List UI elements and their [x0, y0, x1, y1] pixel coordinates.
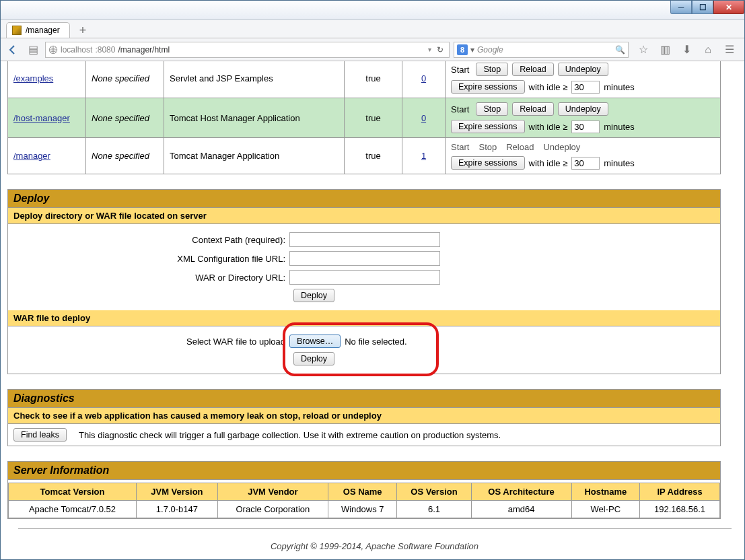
- context-path-label: Context Path (required):: [13, 235, 289, 245]
- cmd-stop-button[interactable]: Stop: [476, 102, 508, 116]
- server-col-header: Hostname: [571, 483, 639, 501]
- cmd-undeploy-text: Undeploy: [543, 142, 580, 152]
- back-button[interactable]: [5, 42, 21, 58]
- app-commands: StartStopReloadUndeployExpire sessions w…: [446, 61, 721, 98]
- sidebar-toggle-button[interactable]: ▥: [657, 42, 673, 58]
- deploy-war-button[interactable]: Deploy: [293, 352, 334, 365]
- deploy-button[interactable]: Deploy: [293, 289, 334, 302]
- cmd-start-text: Start: [451, 104, 469, 114]
- footer-text: Copyright © 1999-2014, Apache Software F…: [7, 541, 742, 551]
- server-cell: 1.7.0-b147: [137, 501, 218, 518]
- server-col-header: JVM Version: [137, 483, 218, 501]
- server-cell: Apache Tomcat/7.0.52: [9, 501, 137, 518]
- xml-url-input[interactable]: [289, 251, 440, 266]
- find-leaks-button[interactable]: Find leaks: [13, 428, 67, 442]
- table-row: Apache Tomcat/7.0.521.7.0-b147Oracle Cor…: [9, 501, 720, 518]
- server-col-header: JVM Vendor: [217, 483, 328, 501]
- server-cell: Wel-PC: [571, 501, 639, 518]
- tab-title: /manager: [26, 26, 60, 35]
- app-name: Servlet and JSP Examples: [164, 61, 345, 98]
- app-name: Tomcat Manager Application: [164, 138, 345, 174]
- server-col-header: Tomcat Version: [9, 483, 137, 501]
- browser-tab-manager[interactable]: /manager: [6, 22, 70, 38]
- home-button[interactable]: ⌂: [700, 42, 716, 58]
- window-maximize-button[interactable]: ☐: [692, 1, 713, 14]
- bookmark-button[interactable]: ☆: [635, 42, 651, 58]
- table-row: /host-managerNone specifiedTomcat Host M…: [8, 98, 721, 138]
- cmd-reload-button[interactable]: Reload: [512, 102, 554, 116]
- app-version: None specified: [86, 61, 164, 98]
- search-placeholder: Google: [477, 45, 503, 55]
- server-col-header: OS Name: [328, 483, 397, 501]
- cmd-undeploy-button[interactable]: Undeploy: [558, 63, 608, 76]
- select-war-label: Select WAR file to upload: [13, 337, 289, 347]
- app-sessions-link[interactable]: 1: [421, 151, 426, 161]
- expire-sessions-button[interactable]: Expire sessions: [451, 80, 525, 94]
- url-port: :8080: [95, 45, 115, 55]
- deploy-sub2: WAR file to deploy: [8, 310, 720, 326]
- idle-minutes-input[interactable]: [571, 157, 600, 170]
- expire-sessions-button[interactable]: Expire sessions: [451, 156, 525, 170]
- navbar: ▤ localhost:8080/manager/html ▾ ↻ 8 ▾ Go…: [1, 38, 744, 61]
- cmd-start-text: Start: [451, 65, 469, 75]
- titlebar: ─ ☐ ✕: [1, 1, 744, 20]
- app-path-link[interactable]: /examples: [13, 73, 53, 83]
- deploy-header: Deploy: [8, 190, 720, 208]
- idle-minutes-input[interactable]: [571, 120, 600, 133]
- idle-unit: minutes: [604, 82, 635, 92]
- new-tab-button[interactable]: +: [75, 24, 91, 38]
- search-dropdown-icon[interactable]: ▾: [470, 45, 474, 55]
- app-name: Tomcat Host Manager Application: [164, 98, 345, 138]
- window-close-button[interactable]: ✕: [713, 1, 744, 14]
- search-icon[interactable]: 🔍: [615, 45, 625, 55]
- cmd-stop-button[interactable]: Stop: [476, 63, 508, 76]
- deploy-panel: Deploy Deploy directory or WAR file loca…: [7, 189, 721, 374]
- context-path-input[interactable]: [289, 232, 440, 247]
- reload-button[interactable]: ↻: [434, 45, 446, 55]
- readability-icon[interactable]: ▤: [25, 42, 41, 58]
- idle-unit: minutes: [604, 158, 635, 168]
- window-minimize-button[interactable]: ─: [670, 1, 692, 14]
- search-engine-icon: 8: [457, 44, 468, 55]
- url-path: /manager/html: [118, 45, 170, 55]
- url-host: localhost: [61, 45, 92, 55]
- deploy-sub1: Deploy directory or WAR file located on …: [8, 208, 720, 224]
- server-col-header: OS Version: [397, 483, 471, 501]
- browser-window: ─ ☐ ✕ /manager + ▤ localhost:8080/manage…: [0, 0, 745, 560]
- content-area[interactable]: /examplesNone specifiedServlet and JSP E…: [1, 61, 744, 559]
- app-sessions-link[interactable]: 0: [421, 73, 426, 83]
- cmd-reload-button[interactable]: Reload: [512, 63, 554, 76]
- server-info-table: Tomcat VersionJVM VersionJVM VendorOS Na…: [8, 483, 720, 518]
- app-sessions-link[interactable]: 0: [421, 113, 426, 123]
- url-dropdown-icon[interactable]: ▾: [428, 46, 431, 53]
- url-input[interactable]: localhost:8080/manager/html ▾ ↻: [45, 42, 450, 58]
- cmd-start-text: Start: [451, 142, 469, 152]
- xml-url-label: XML Configuration file URL:: [13, 254, 289, 264]
- server-col-header: OS Architecture: [471, 483, 571, 501]
- cmd-undeploy-button[interactable]: Undeploy: [558, 102, 608, 116]
- app-running: true: [345, 61, 402, 98]
- search-input[interactable]: 8 ▾ Google 🔍: [454, 42, 629, 58]
- globe-icon: [48, 45, 58, 55]
- idle-label: with idle ≥: [529, 158, 568, 168]
- app-path-link[interactable]: /host-manager: [13, 113, 70, 123]
- favicon-icon: [12, 26, 22, 35]
- app-running: true: [345, 98, 402, 138]
- server-cell: Windows 7: [328, 501, 397, 518]
- find-leaks-description: This diagnostic check will trigger a ful…: [79, 430, 501, 440]
- server-col-header: IP Address: [640, 483, 720, 501]
- menu-button[interactable]: ☰: [721, 42, 738, 58]
- server-cell: 192.168.56.1: [640, 501, 720, 518]
- app-path-link[interactable]: /manager: [13, 151, 50, 161]
- app-commands: StartStopReloadUndeployExpire sessions w…: [446, 138, 721, 174]
- browse-button[interactable]: Browse…: [289, 335, 341, 348]
- server-info-header: Server Information: [8, 462, 720, 480]
- expire-sessions-button[interactable]: Expire sessions: [451, 120, 525, 133]
- cmd-reload-text: Reload: [506, 142, 534, 152]
- table-row: /examplesNone specifiedServlet and JSP E…: [8, 61, 721, 98]
- app-running: true: [345, 138, 402, 174]
- idle-minutes-input[interactable]: [571, 81, 600, 94]
- app-commands: StartStopReloadUndeployExpire sessions w…: [446, 98, 721, 138]
- war-url-input[interactable]: [289, 270, 440, 285]
- downloads-button[interactable]: ⬇: [678, 42, 695, 58]
